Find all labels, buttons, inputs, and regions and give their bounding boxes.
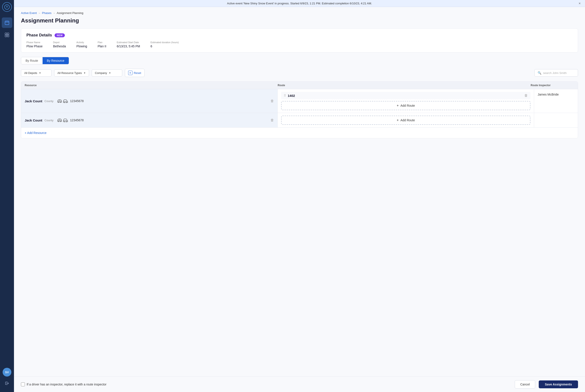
logout-icon[interactable] [3, 379, 11, 388]
all-resource-types-label: All Resource Types [58, 71, 82, 74]
search-box[interactable]: 🔍 search John Smith [534, 69, 578, 76]
drag-handle-icon[interactable]: ⠿ [284, 94, 286, 97]
add-route-button-2[interactable]: + Add Route [281, 116, 530, 125]
inspector-cell-2 [534, 113, 578, 128]
main-area: Active event 'New Shiny Snow Event' in p… [14, 0, 585, 392]
duration-label: Estimated duration (hours) [150, 41, 179, 44]
sidebar-nav [2, 14, 12, 368]
assignment-table: Resource Route Route Inspector Jack Coun… [21, 81, 578, 138]
col-resource-header: Resource [25, 84, 278, 87]
banner-close-icon[interactable]: × [579, 2, 581, 6]
table-row: Jack Count County [21, 89, 578, 113]
inspector-checkbox[interactable] [21, 382, 25, 386]
reset-icon: ✕ [128, 71, 133, 75]
inspector-cell-1: James McBride [534, 89, 578, 113]
resource-name-2: Jack Count [25, 118, 42, 122]
duration-value: 6 [150, 44, 179, 48]
main-content: Active Event → Phases → Assignment Plann… [14, 7, 585, 376]
svg-rect-2 [5, 21, 9, 25]
cancel-button[interactable]: Cancel [515, 380, 535, 388]
delete-resource-2-icon[interactable]: 🗑 [270, 118, 274, 122]
phase-name-value: Plow Phase [27, 44, 43, 48]
phase-header: Phase Details NEW [27, 33, 572, 38]
add-resource-button[interactable]: + Add Resource [25, 131, 47, 134]
sidebar-bottom: SV [3, 368, 11, 392]
sidebar-item-calendar[interactable] [2, 18, 12, 28]
route-cell-1: ⠿ 1402 🗑 + Add Route [278, 89, 534, 113]
svg-point-23 [66, 121, 67, 122]
add-route-plus-icon: + [397, 104, 399, 108]
start-date-field: Estimated Start Date 6/13/23, 5:45 PM [117, 41, 140, 48]
resource-cell-2: Jack Count County [21, 113, 278, 128]
all-depots-label: All Depots [24, 71, 37, 74]
plan-label: Plan [98, 41, 106, 44]
delete-resource-1-icon[interactable]: 🗑 [270, 99, 274, 103]
add-route-plus-icon-2: + [397, 118, 399, 122]
breadcrumb-phases[interactable]: Phases [42, 11, 51, 14]
svg-point-11 [58, 102, 59, 103]
route-cell-2: + Add Route [278, 113, 534, 128]
duration-field: Estimated duration (hours) 6 [150, 41, 179, 48]
breadcrumb-arrow-2: → [53, 12, 56, 14]
reset-button[interactable]: ✕ Reset [125, 69, 145, 77]
start-date-label: Estimated Start Date [117, 41, 140, 44]
phase-section-title: Phase Details [27, 33, 52, 38]
resource-icons-2 [58, 118, 68, 122]
resource-type-1: County [45, 100, 54, 103]
by-route-toggle[interactable]: By Route [21, 57, 43, 64]
by-resource-toggle[interactable]: By Resource [43, 57, 69, 64]
svg-point-16 [66, 102, 67, 103]
svg-rect-8 [5, 35, 7, 37]
svg-point-22 [64, 121, 65, 122]
filter-row: All Depots ▼ All Resource Types ▼ Compan… [21, 69, 578, 77]
breadcrumb: Active Event → Phases → Assignment Plann… [21, 11, 578, 14]
user-avatar[interactable]: SV [3, 368, 11, 376]
depot-label: Depot [53, 41, 66, 44]
save-assignments-button[interactable]: Save Assignments [539, 380, 578, 388]
svg-point-18 [58, 121, 59, 122]
phase-name-field: Phase Name Plow Phase [27, 41, 43, 48]
depot-field: Depot Bethesda [53, 41, 66, 48]
svg-rect-7 [7, 33, 9, 35]
breadcrumb-arrow-1: → [38, 12, 41, 14]
resource-id-1: 12345678 [70, 99, 84, 103]
resource-icons-1 [58, 99, 68, 103]
col-route-header: Route [278, 84, 531, 87]
plan-field: Plan Plan II [98, 41, 106, 48]
company-label: Company [95, 71, 107, 74]
svg-point-1 [7, 6, 8, 6]
add-route-button-1[interactable]: + Add Route [281, 101, 530, 110]
logo-icon [2, 2, 12, 12]
breadcrumb-current: Assignment Planning [57, 11, 83, 14]
resource-id-2: 12345678 [70, 118, 84, 122]
activity-field: Activity Plowing [76, 41, 87, 48]
all-depots-filter[interactable]: All Depots ▼ [21, 69, 52, 76]
activity-value: Plowing [76, 44, 87, 48]
svg-point-12 [60, 102, 61, 103]
company-chevron-icon: ▼ [109, 72, 111, 74]
footer-bar: If a driver has an inspector, replace it… [14, 376, 585, 392]
depot-value: Bethesda [53, 44, 66, 48]
svg-point-19 [60, 121, 61, 122]
search-icon: 🔍 [538, 71, 541, 74]
add-route-label-1: Add Route [401, 104, 415, 107]
all-resource-types-filter[interactable]: All Resource Types ▼ [54, 69, 89, 76]
sidebar: SV [0, 0, 14, 392]
inspector-checkbox-label[interactable]: If a driver has an inspector, replace it… [21, 382, 107, 386]
phase-details-section: Phase Details NEW Phase Name Plow Phase … [21, 28, 578, 52]
page-title: Assignment Planning [21, 17, 578, 24]
table-header: Resource Route Route Inspector [21, 82, 578, 89]
col-inspector-header: Route Inspector [531, 84, 574, 87]
route-number-1402: 1402 [288, 94, 522, 98]
svg-rect-9 [7, 35, 9, 37]
plan-value: Plan II [98, 44, 106, 48]
delete-route-1402-icon[interactable]: 🗑 [524, 94, 528, 98]
phase-details-grid: Phase Name Plow Phase Depot Bethesda Act… [27, 41, 572, 48]
resource-cell-1: Jack Count County [21, 89, 278, 113]
sidebar-item-grid[interactable] [2, 30, 12, 40]
breadcrumb-active-event[interactable]: Active Event [21, 11, 37, 14]
start-date-value: 6/13/23, 5:45 PM [117, 44, 140, 48]
new-badge: NEW [55, 34, 65, 37]
company-filter[interactable]: Company ▼ [92, 69, 122, 76]
inspector-name-1: James McBride [538, 93, 558, 96]
